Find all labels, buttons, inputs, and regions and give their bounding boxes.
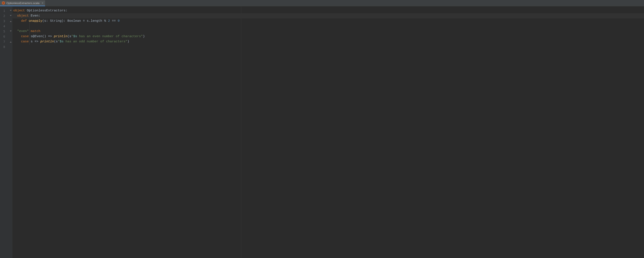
fold-none (9, 24, 12, 29)
keyword: object (13, 9, 25, 13)
paren-close: ) (143, 35, 145, 38)
line-number: 7 (0, 39, 5, 44)
string-quote: " (58, 40, 60, 43)
signature: (s: String): Boolean = s.length % (42, 19, 108, 23)
code-line[interactable]: case s@Even() => println(s"$s has an eve… (12, 34, 644, 39)
code-line[interactable] (12, 24, 644, 29)
paren-open: (s (68, 35, 71, 38)
function-name: unapply (29, 19, 42, 23)
fold-none (9, 34, 12, 39)
identifier: Even: (29, 14, 40, 18)
line-number: 4 (0, 24, 5, 29)
type-name: Even (34, 35, 42, 38)
code-line[interactable]: object OptionlessExtractors: (12, 8, 644, 13)
space (29, 30, 31, 33)
editor[interactable]: 1 2 3 4 5 6 7 8 object OptionlessExtract… (0, 7, 644, 258)
fold-close-icon[interactable] (9, 19, 12, 24)
fold-gutter (9, 7, 12, 258)
line-number-gutter: 1 2 3 4 5 6 7 8 (0, 7, 9, 258)
keyword: case (21, 40, 29, 43)
fold-close-icon[interactable] (9, 39, 12, 44)
indent (13, 35, 21, 38)
line-number: 5 (0, 29, 5, 34)
string-quote: " (141, 35, 143, 38)
fold-open-icon[interactable] (9, 29, 12, 34)
function-call: println (40, 40, 54, 43)
pattern: s@ (29, 35, 34, 38)
tab-filename: OptionlessExtractors.scala (6, 2, 40, 5)
keyword: def (21, 19, 27, 23)
indent (13, 19, 21, 23)
code-line[interactable]: def unapply(s: String): Boolean = s.leng… (12, 19, 644, 24)
line-number: 3 (0, 19, 5, 24)
arrow: () => (42, 35, 54, 38)
string-quote: " (125, 40, 127, 43)
close-icon[interactable]: × (42, 2, 43, 5)
identifier: OptionlessExtractors: (25, 9, 68, 13)
fold-none (9, 44, 12, 49)
keyword: object (17, 14, 29, 18)
operator: == (110, 19, 118, 23)
paren-open: (s (54, 40, 58, 43)
code-line[interactable]: "even" match (12, 29, 644, 34)
code-line-current[interactable]: object Even: (12, 13, 644, 19)
fold-open-icon[interactable] (9, 13, 12, 19)
line-number: 2 (0, 13, 5, 19)
code-line[interactable] (12, 44, 644, 49)
fold-open-icon[interactable] (9, 8, 12, 13)
number-literal: 0 (118, 19, 120, 23)
line-number: 1 (0, 8, 5, 13)
string-body: has an even number of characters (77, 35, 141, 38)
indent (13, 14, 17, 18)
file-tab-active[interactable]: OptionlessExtractors.scala × (0, 1, 45, 6)
indent (13, 40, 21, 43)
tab-bar: OptionlessExtractors.scala × (0, 1, 644, 7)
string-body: has an odd number of characters (64, 40, 125, 43)
paren-close: ) (127, 40, 129, 43)
scala-file-icon (2, 1, 5, 5)
keyword: case (21, 35, 29, 38)
function-call: println (54, 35, 68, 38)
arrow: s => (29, 40, 40, 43)
code-line[interactable]: case s => println(s"$s has an odd number… (12, 39, 644, 44)
code-area[interactable]: object OptionlessExtractors: object Even… (12, 7, 644, 258)
indent (13, 30, 17, 33)
number-literal: 2 (108, 19, 110, 23)
line-number: 8 (0, 44, 5, 49)
string-interpolation: $s (73, 35, 77, 38)
string-interpolation: $s (60, 40, 64, 43)
string-literal: "even" (17, 30, 29, 33)
keyword: match (31, 30, 40, 33)
space (27, 19, 29, 23)
svg-point-2 (3, 3, 4, 4)
string-quote: " (71, 35, 73, 38)
line-number: 6 (0, 34, 5, 39)
